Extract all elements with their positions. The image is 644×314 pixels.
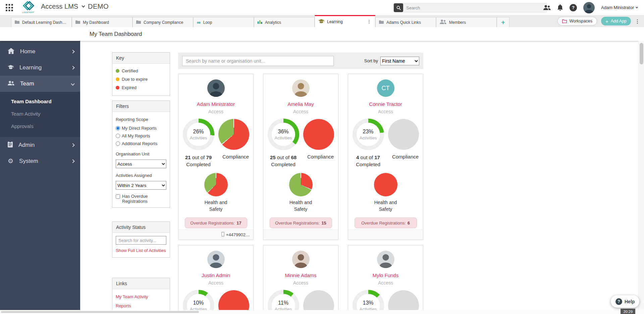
- has-overdue-checkbox-row[interactable]: Has Overdue Registrations: [116, 194, 166, 204]
- member-card-footer: [263, 230, 338, 240]
- global-search-input[interactable]: [403, 5, 547, 10]
- member-name-link[interactable]: Adam Ministrator: [178, 101, 253, 107]
- has-overdue-checkbox[interactable]: [116, 194, 120, 199]
- compliance-label: Compliance: [220, 154, 251, 160]
- key-dot-icon: [116, 69, 119, 73]
- activities-donut-chart: 23%Activities: [353, 119, 384, 150]
- sidebar-subitem-approvals[interactable]: Approvals: [0, 120, 80, 132]
- workspaces-button[interactable]: Workspaces: [557, 17, 597, 25]
- member-card-footer: +4479902…: [178, 230, 253, 240]
- key-item-certified: Certified: [116, 67, 166, 75]
- add-app-button[interactable]: + Add App: [601, 17, 631, 25]
- workspaces-label: Workspaces: [569, 19, 592, 23]
- sidebar-item-team[interactable]: Team: [0, 76, 80, 92]
- people-icon[interactable]: [543, 5, 551, 10]
- member-org-unit: Access: [348, 280, 423, 286]
- help-question-icon[interactable]: ?: [570, 4, 577, 11]
- overdue-registrations-badge: Overdue Registrations: 6: [355, 217, 417, 228]
- tab-company-compliance[interactable]: Company Compliance: [132, 17, 193, 27]
- completed-stats: 21 out of 79Completed: [181, 154, 216, 168]
- horizontal-scrollbar-thumb[interactable]: [1, 311, 199, 313]
- sidebar-item-label: Admin: [18, 142, 66, 148]
- radio-all-my-reports[interactable]: All My Reports: [116, 132, 166, 140]
- member-name-link[interactable]: Connie Tractor: [348, 101, 423, 107]
- activities-percent: 11%: [278, 300, 288, 306]
- activities-label: Activities: [190, 135, 207, 140]
- member-card-minnie-adams: Minnie AdamsAccess11%Activities: [263, 245, 338, 314]
- product-switcher[interactable]: Access LMS: [41, 3, 85, 10]
- radio-my-direct-reports[interactable]: My Direct Reports: [116, 124, 166, 132]
- app-grid-icon[interactable]: [6, 4, 13, 11]
- sidebar-item-home[interactable]: Home: [0, 44, 80, 60]
- radio-additional-reports[interactable]: Additional Reports: [116, 140, 166, 147]
- show-full-list-link[interactable]: Show Full List of Activities: [116, 248, 166, 254]
- activity-search-input[interactable]: [116, 236, 166, 245]
- organisation-unit-select[interactable]: Access: [116, 160, 166, 168]
- sidebar-item-learning[interactable]: Learning: [0, 60, 80, 76]
- tab-default-learning-dashbo[interactable]: Default Learning Dashbo...: [11, 17, 72, 27]
- user-avatar[interactable]: [583, 2, 595, 13]
- radio-input-all-my-reports[interactable]: [116, 134, 120, 138]
- clipboard-icon: [8, 141, 13, 149]
- member-org-unit: Access: [178, 280, 253, 286]
- chevron-down-icon: [636, 6, 638, 8]
- user-menu[interactable]: Adam Ministrator: [601, 5, 642, 10]
- key-item-due-to-expire: Due to expire: [116, 75, 166, 83]
- team-toolbar: Sort by First Name: [178, 53, 423, 69]
- tab-members[interactable]: Members: [436, 17, 497, 27]
- vertical-scrollbar-thumb[interactable]: [640, 43, 643, 64]
- tab-loop[interactable]: ∞Loop: [193, 17, 254, 27]
- tab-learning[interactable]: Learning⋮: [315, 15, 375, 27]
- horizontal-scrollbar[interactable]: [0, 310, 644, 314]
- member-name-link[interactable]: Amelia May: [263, 101, 338, 107]
- member-stats: 25 out of 68CompletedCompliance: [263, 154, 338, 168]
- activities-percent: 10%: [193, 300, 204, 306]
- search-icon[interactable]: [394, 3, 403, 12]
- tab-adams-quick-links[interactable]: Adams Quick Links: [375, 17, 436, 27]
- help-label: Help: [625, 299, 635, 304]
- member-avatar: [207, 251, 225, 268]
- member-name-link[interactable]: Justin Admin: [178, 272, 253, 278]
- more-options-icon[interactable]: ⋮: [635, 19, 640, 24]
- compliance-label: Compliance: [305, 154, 336, 160]
- link-reports[interactable]: Reports: [116, 301, 166, 310]
- tab-label: Company Compliance: [144, 20, 183, 25]
- completed-label: Completed: [181, 161, 216, 168]
- member-name-link[interactable]: Minnie Adams: [263, 272, 338, 278]
- tab-label: Analytics: [265, 20, 281, 25]
- member-avatar: [377, 251, 394, 268]
- links-panel: Links My Team ActivityReports: [112, 278, 170, 314]
- chevron-right-icon: [71, 143, 74, 147]
- radio-input-additional-reports[interactable]: [116, 141, 120, 146]
- home-icon: [8, 48, 14, 56]
- notifications-bell-icon[interactable]: [557, 4, 563, 11]
- health-safety-label: Health andSafety: [263, 199, 338, 212]
- has-overdue-label: Has Overdue Registrations: [122, 194, 161, 204]
- member-phone[interactable]: +4479902…: [226, 232, 250, 237]
- activity-status-panel: Activity Status Show Full List of Activi…: [112, 222, 170, 258]
- sidebar-item-label: Team: [20, 80, 66, 87]
- radio-input-my-direct-reports[interactable]: [116, 126, 120, 130]
- sidebar-item-admin[interactable]: Admin: [0, 137, 80, 153]
- key-panel-title: Key: [112, 53, 170, 64]
- sidebar-item-system[interactable]: ⚙System: [0, 153, 80, 169]
- organisation-unit-label: Organisation Unit: [116, 151, 166, 156]
- help-button[interactable]: ? Help: [611, 295, 639, 308]
- member-card-connie-tractor: CTConnie TractorAccess23%Activities4 out…: [348, 74, 423, 240]
- member-name-link[interactable]: Mylo Funds: [348, 272, 423, 278]
- tab-my-dashboard[interactable]: My Dashboard: [72, 17, 132, 27]
- tab-menu-icon[interactable]: ⋮: [367, 19, 372, 24]
- vertical-scrollbar[interactable]: [638, 41, 644, 310]
- sidebar-subitem-team-dashboard[interactable]: Team Dashboard: [0, 95, 80, 108]
- tab-analytics[interactable]: Analytics: [254, 17, 315, 27]
- add-tab-button[interactable]: +: [497, 17, 509, 27]
- link-my-team-activity[interactable]: My Team Activity: [116, 292, 166, 301]
- sort-by-select[interactable]: First Name: [380, 57, 419, 65]
- key-dot-icon: [116, 86, 119, 89]
- member-search-input[interactable]: [182, 56, 334, 66]
- completed-stats: 4 out of 17Completed: [351, 154, 386, 168]
- key-item-label: Certified: [122, 68, 138, 73]
- member-avatar: CT: [377, 79, 394, 97]
- sidebar-subitem-team-activity[interactable]: Team Activity: [0, 108, 80, 120]
- activities-assigned-select[interactable]: Within 2 Years: [116, 181, 166, 190]
